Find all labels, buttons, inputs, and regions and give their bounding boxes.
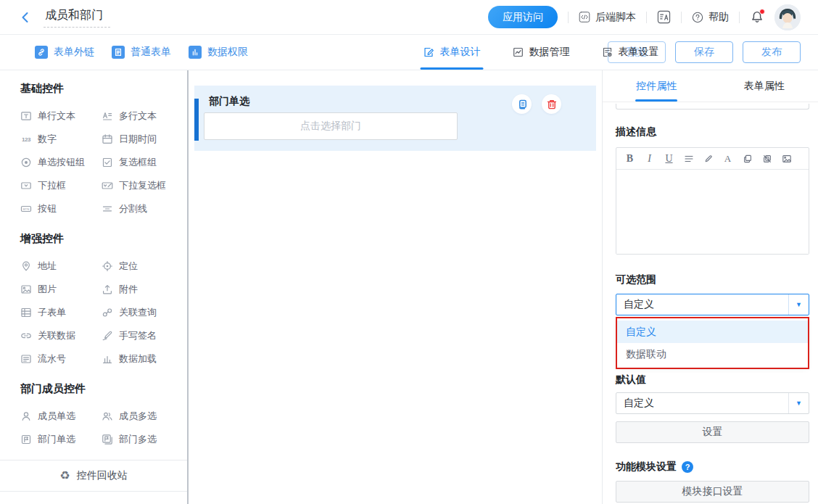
control-dept-multi[interactable]: 部门多选 bbox=[102, 428, 183, 451]
field-title-input-partial[interactable] bbox=[616, 104, 809, 110]
control-label: 定位 bbox=[119, 260, 138, 273]
linked-query-icon bbox=[102, 307, 113, 318]
control-select[interactable]: 下拉框 bbox=[20, 174, 102, 197]
button-icon: BTN bbox=[20, 203, 32, 215]
settings-button[interactable]: 设置 bbox=[616, 421, 809, 443]
svg-text:BTN: BTN bbox=[23, 207, 29, 211]
calendar-icon bbox=[102, 133, 113, 145]
chevron-down-icon: ▼ bbox=[788, 393, 809, 413]
tab-form-design[interactable]: 表单设计 bbox=[424, 35, 481, 70]
control-attachment[interactable]: 附件 bbox=[102, 278, 183, 301]
control-label: 分割线 bbox=[119, 202, 147, 215]
copy-format-icon[interactable] bbox=[742, 153, 753, 165]
control-label: 成员多选 bbox=[119, 410, 157, 423]
nav-data-permission[interactable]: 数据权限 bbox=[189, 46, 248, 59]
control-image[interactable]: 图片 bbox=[20, 278, 102, 301]
control-radio-group[interactable]: 单选按钮组 bbox=[20, 151, 102, 174]
number-icon: 123 bbox=[20, 133, 32, 145]
control-member-single[interactable]: 成员单选 bbox=[20, 405, 102, 428]
tab-form-settings[interactable]: 表单设置 bbox=[602, 35, 659, 70]
default-value-select[interactable]: 自定义 ▼ bbox=[616, 392, 809, 414]
operation-log-icon[interactable] bbox=[657, 10, 671, 25]
control-divider[interactable]: 分割线 bbox=[102, 197, 183, 220]
save-button[interactable]: 保存 bbox=[675, 41, 733, 63]
divider bbox=[739, 12, 740, 23]
delete-field-button[interactable] bbox=[542, 94, 561, 114]
control-label: 单行文本 bbox=[38, 110, 75, 123]
tab-control-properties[interactable]: 控件属性 bbox=[603, 70, 711, 102]
help-label: 帮助 bbox=[708, 11, 729, 24]
form-settings-icon bbox=[602, 46, 614, 58]
tab-data-management[interactable]: 数据管理 bbox=[513, 35, 570, 70]
control-multi-line-text[interactable]: 多行文本 bbox=[102, 104, 183, 128]
control-label: 数字 bbox=[38, 133, 57, 146]
people-icon bbox=[102, 410, 113, 422]
control-dept-single[interactable]: 部门单选 bbox=[20, 428, 102, 451]
edit-pencil-icon[interactable] bbox=[703, 153, 714, 165]
bold-icon[interactable]: B bbox=[624, 153, 635, 165]
back-icon[interactable] bbox=[19, 11, 32, 24]
app-access-button[interactable]: 应用访问 bbox=[488, 6, 558, 28]
control-button[interactable]: BTN 按钮 bbox=[20, 197, 102, 220]
font-color-icon[interactable]: A bbox=[722, 153, 733, 165]
department-icon bbox=[20, 434, 32, 445]
tab-label: 数据管理 bbox=[529, 46, 570, 59]
departments-icon bbox=[102, 434, 113, 445]
control-single-line-text[interactable]: 单行文本 bbox=[20, 104, 102, 128]
notification-bell-icon[interactable] bbox=[750, 10, 764, 25]
align-icon[interactable] bbox=[683, 153, 694, 165]
backend-script-button[interactable]: 后端脚本 bbox=[579, 11, 636, 24]
control-linked-query[interactable]: 关联查询 bbox=[102, 301, 183, 324]
range-select[interactable]: 自定义 ▼ bbox=[616, 294, 809, 315]
control-checkbox-group[interactable]: 复选框组 bbox=[102, 151, 183, 174]
select-icon bbox=[20, 180, 32, 191]
publish-button[interactable]: 发布 bbox=[743, 41, 801, 63]
single-line-text-icon bbox=[20, 110, 32, 122]
multi-line-text-icon bbox=[102, 110, 113, 122]
underline-icon[interactable]: U bbox=[664, 153, 674, 165]
control-address[interactable]: 地址 bbox=[20, 255, 102, 278]
form-canvas[interactable]: 部门单选 点击选择部门 bbox=[189, 70, 602, 504]
unlink-icon[interactable] bbox=[761, 153, 772, 165]
control-label: 部门单选 bbox=[38, 433, 75, 446]
tab-form-properties[interactable]: 表单属性 bbox=[711, 70, 818, 102]
insert-image-icon[interactable] bbox=[781, 153, 792, 165]
control-label: 数据加载 bbox=[119, 352, 157, 365]
dept-picker-input[interactable]: 点击选择部门 bbox=[204, 112, 458, 140]
description-textarea[interactable] bbox=[616, 170, 809, 254]
control-subform[interactable]: 子表单 bbox=[20, 301, 102, 324]
control-serial-number[interactable]: 流水号 bbox=[20, 347, 102, 371]
field-placeholder: 点击选择部门 bbox=[300, 120, 361, 133]
nav-form-external-link[interactable]: 表单外链 bbox=[35, 46, 94, 59]
module-api-settings-button[interactable]: 模块接口设置 bbox=[616, 481, 809, 503]
help-question-icon[interactable]: ? bbox=[682, 461, 693, 473]
app-title[interactable]: 成员和部门 bbox=[44, 7, 110, 28]
selection-indicator-bar bbox=[194, 99, 199, 141]
control-recycle-bin[interactable]: ♻ 控件回收站 bbox=[0, 460, 187, 492]
option-custom[interactable]: 自定义 bbox=[617, 321, 808, 343]
tab-label: 表单设计 bbox=[440, 46, 481, 59]
copy-icon bbox=[516, 99, 528, 110]
control-multi-select[interactable]: 下拉复选框 bbox=[102, 174, 183, 197]
help-button[interactable]: 帮助 bbox=[692, 11, 729, 24]
serial-number-icon bbox=[20, 353, 32, 365]
control-linked-data[interactable]: 关联数据 bbox=[20, 324, 102, 347]
group-title-basic: 基础控件 bbox=[20, 82, 187, 96]
control-member-multi[interactable]: 成员多选 bbox=[102, 405, 183, 428]
control-datetime[interactable]: 日期时间 bbox=[102, 128, 183, 151]
top-bar: 成员和部门 应用访问 后端脚本 帮助 bbox=[0, 0, 818, 35]
control-location[interactable]: 定位 bbox=[102, 255, 183, 278]
option-data-linkage[interactable]: 数据联动 bbox=[617, 343, 808, 365]
nav-normal-form[interactable]: 普通表单 bbox=[112, 46, 171, 59]
italic-icon[interactable]: I bbox=[644, 153, 655, 165]
chevron-down-icon: ▼ bbox=[788, 294, 809, 315]
control-signature[interactable]: 手写签名 bbox=[102, 324, 183, 347]
field-label: 部门单选 bbox=[209, 95, 249, 108]
control-data-load[interactable]: 数据加载 bbox=[102, 347, 183, 371]
control-number[interactable]: 123 数字 bbox=[20, 128, 102, 151]
copy-field-button[interactable] bbox=[512, 94, 532, 114]
user-avatar[interactable] bbox=[774, 4, 801, 30]
default-select-value: 自定义 bbox=[616, 393, 788, 413]
selected-field-dept-single[interactable]: 部门单选 点击选择部门 bbox=[194, 86, 596, 151]
nav-label: 普通表单 bbox=[131, 46, 171, 59]
